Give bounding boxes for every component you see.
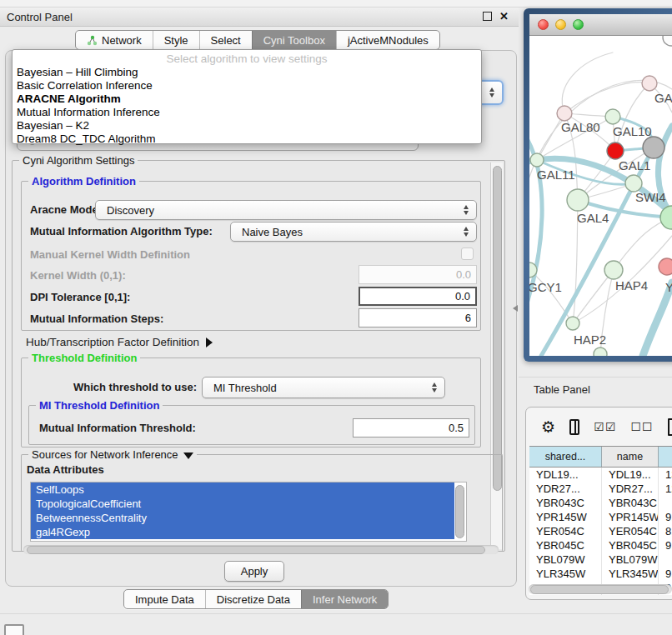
network-icon: [87, 35, 98, 46]
table-row[interactable]: YER054CYER054C8.: [529, 524, 672, 538]
popup-item[interactable]: Mutual Information Inference: [13, 106, 481, 119]
expand-arrow-icon: [206, 338, 213, 348]
minimize-traffic-light[interactable]: [555, 19, 566, 30]
popup-item[interactable]: Bayesian – K2: [13, 119, 481, 132]
network-node-label: GAL4: [577, 211, 609, 225]
column-header[interactable]: A: [659, 447, 672, 467]
maximize-icon[interactable]: [483, 12, 492, 21]
network-node[interactable]: [557, 106, 572, 121]
aracne-mode-combo[interactable]: Discovery: [95, 200, 477, 220]
group-title: Cyni Algorithm Settings: [19, 154, 138, 167]
popup-item[interactable]: Bayesian – Hill Climbing: [13, 66, 481, 79]
document-icon[interactable]: [668, 418, 672, 436]
popup-item[interactable]: Basic Correlation Inference: [13, 79, 481, 92]
network-node[interactable]: [607, 142, 624, 159]
network-node[interactable]: [663, 36, 672, 46]
table-row[interactable]: YPR145WYPR145W9.: [529, 510, 672, 524]
mi-type-label: Mutual Information Algorithm Type:: [30, 225, 213, 238]
tab-select[interactable]: Select: [199, 31, 252, 49]
tab-jactivemnodules[interactable]: jActiveMNodules: [336, 31, 439, 49]
sources-hscrollbar-thumb[interactable]: [27, 546, 485, 554]
panel-title: Control Panel: [7, 11, 73, 23]
panel-splitter-arrow[interactable]: [513, 305, 518, 312]
mi-steps-field[interactable]: 6: [359, 308, 477, 328]
table-header-row: shared... name A: [529, 446, 672, 468]
network-node-label: GAL: [654, 91, 672, 105]
which-threshold-combo[interactable]: MI Threshold: [202, 377, 445, 398]
zoom-traffic-light[interactable]: [573, 19, 584, 30]
select-all-icon[interactable]: ☑☑: [594, 420, 616, 433]
dpi-tolerance-label: DPI Tolerance [0,1]:: [30, 291, 130, 303]
table-row[interactable]: YDR27...YDR27...12: [529, 482, 672, 496]
popup-placeholder: Select algorithm to view settings: [13, 52, 481, 66]
table-cell: YPR145W: [529, 510, 602, 524]
network-canvas[interactable]: GALGAL80GAL10GAL1GAL11SWI4GAL4GCY1HAP4YH…: [529, 36, 672, 356]
mi-steps-label: Mutual Information Steps:: [30, 312, 163, 325]
network-node[interactable]: [605, 109, 620, 124]
network-node[interactable]: [566, 317, 579, 330]
list-item[interactable]: gal4RGexp: [31, 525, 454, 539]
network-node[interactable]: [659, 258, 672, 275]
list-item[interactable]: SelfLoops: [31, 482, 454, 497]
network-node-label: GAL80: [561, 120, 600, 134]
hub-definition-toggle[interactable]: Hub/Transcription Factor Definition: [26, 336, 213, 348]
network-node-label: HAP4: [615, 278, 648, 292]
column-browser-icon[interactable]: [569, 419, 579, 435]
tab-impute-data[interactable]: Impute Data: [124, 590, 205, 608]
tab-infer-network[interactable]: Infer Network: [301, 590, 388, 608]
mi-threshold-field[interactable]: 0.5: [353, 418, 469, 438]
table-row[interactable]: YDL19...YDL19...13: [529, 468, 672, 482]
sources-hscrollbar[interactable]: [23, 545, 499, 554]
network-node[interactable]: [660, 206, 672, 229]
tab-discretize-data[interactable]: Discretize Data: [205, 590, 301, 608]
mi-type-combo[interactable]: Naive Bayes: [230, 222, 477, 242]
network-graph: GALGAL80GAL10GAL1GAL11SWI4GAL4GCY1HAP4YH…: [529, 36, 672, 356]
spinner-arrows-icon: [489, 88, 494, 98]
data-attributes-list: SelfLoops TopologicalCoefficient Between…: [30, 482, 467, 542]
table-row[interactable]: YBR045CYBR045C9.: [529, 538, 672, 552]
gear-icon[interactable]: ⚙: [541, 419, 555, 435]
table-row[interactable]: YBL079WYBL079W: [529, 552, 672, 567]
threshold-definition-group: Threshold Definition Which threshold to …: [21, 358, 481, 448]
list-scrollbar-thumb[interactable]: [455, 485, 464, 538]
tab-style[interactable]: Style: [153, 31, 199, 49]
table-hscrollbar[interactable]: [529, 584, 672, 594]
table-cell: YER054C: [529, 524, 602, 538]
column-header[interactable]: shared...: [529, 447, 602, 467]
network-node[interactable]: [643, 137, 664, 158]
tab-cyni-toolbox[interactable]: Cyni Toolbox: [252, 31, 336, 49]
list-item[interactable]: TopologicalCoefficient: [31, 497, 454, 511]
table-cell: YLR345W: [529, 567, 602, 581]
table-row[interactable]: YLR345WYLR345W9.: [529, 567, 672, 581]
table-hscrollbar-thumb[interactable]: [530, 585, 669, 594]
table-cell: [659, 496, 672, 510]
network-node[interactable]: [594, 348, 607, 356]
minimized-panel-icon[interactable]: [4, 624, 24, 635]
network-node[interactable]: [604, 261, 623, 279]
kernel-width-field[interactable]: 0.0: [359, 265, 477, 284]
network-node[interactable]: [625, 175, 642, 192]
group-title[interactable]: Sources for Network Inference: [28, 448, 197, 461]
list-item[interactable]: BetweennessCentrality: [31, 511, 454, 525]
network-node[interactable]: [642, 76, 657, 91]
popup-item[interactable]: Dream8 DC_TDC Algorithm: [13, 132, 481, 146]
table-cell: YBR043C: [529, 496, 602, 510]
table-cell: 13: [659, 468, 672, 482]
table-panel: ⚙ ☑☑ ☐☐ shared... name A YDL19...YDL19..…: [525, 407, 672, 600]
table-toolbar: ⚙ ☑☑ ☐☐: [526, 408, 672, 446]
apply-button[interactable]: Apply: [224, 561, 284, 582]
settings-scrollbar-thumb[interactable]: [493, 166, 502, 491]
table-row[interactable]: YBR043CYBR043C: [529, 496, 672, 510]
dpi-tolerance-field[interactable]: 0.0: [359, 287, 477, 306]
popup-item-selected[interactable]: ARACNE Algorithm: [13, 92, 481, 106]
tab-network[interactable]: Network: [76, 31, 153, 49]
manual-kernel-checkbox[interactable]: [461, 248, 474, 260]
deselect-all-icon[interactable]: ☐☐: [630, 420, 653, 433]
close-icon[interactable]: ✕: [499, 11, 509, 22]
network-node-label: GAL10: [613, 124, 652, 138]
network-node[interactable]: [567, 189, 589, 211]
close-traffic-light[interactable]: [538, 19, 549, 30]
column-header[interactable]: name: [602, 447, 659, 467]
network-window-titlebar[interactable]: [529, 14, 672, 36]
network-node[interactable]: [530, 153, 544, 167]
